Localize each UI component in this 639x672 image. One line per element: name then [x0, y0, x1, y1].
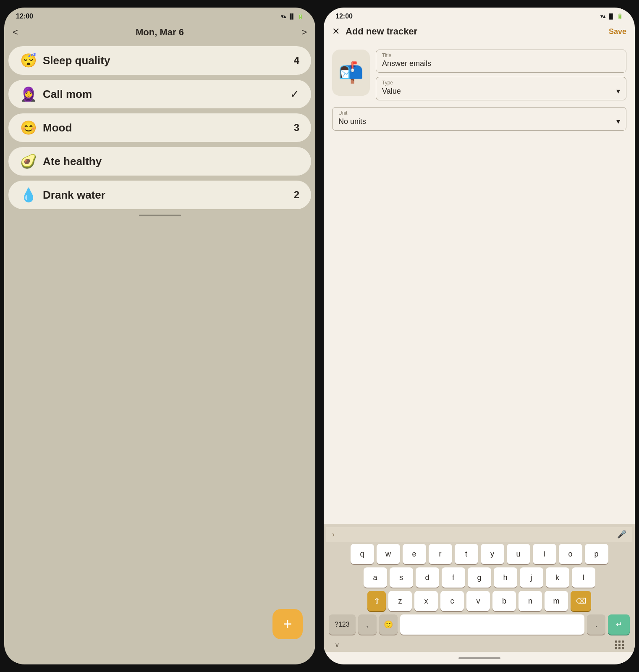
save-button[interactable]: Save	[609, 27, 626, 36]
keyboard-row-4: ?123 , 🙂 . ↵	[328, 614, 631, 635]
drankwater-name: Drank water	[43, 189, 105, 202]
callmom-emoji: 🧕	[20, 87, 37, 101]
right-status-bar: 12:00 ▾▴ ▐▌ 🔋	[324, 8, 635, 23]
keyboard-mic-button[interactable]: 🎤	[617, 530, 626, 539]
left-status-bar: 12:00 ▾▴ ▐▌ 🔋	[4, 8, 315, 23]
key-w[interactable]: w	[377, 544, 400, 564]
type-field-group[interactable]: Type Value ▾	[376, 77, 626, 100]
prev-arrow[interactable]: <	[13, 27, 18, 38]
symbols-key[interactable]: ?123	[329, 614, 356, 635]
period-key[interactable]: .	[587, 614, 605, 635]
title-field-group: Title	[376, 50, 626, 73]
tracker-item-mood[interactable]: 😊 Mood 3	[8, 113, 311, 142]
tracker-left-callmom: 🧕 Call mom	[20, 87, 92, 101]
close-button[interactable]: ✕	[332, 26, 340, 37]
keyboard-row-1: q w e r t y u i o p	[328, 544, 631, 564]
key-v[interactable]: v	[466, 591, 490, 611]
type-select[interactable]: Value ▾	[382, 87, 620, 96]
home-indicator	[4, 209, 315, 222]
keyboard-chevron-button[interactable]: ›	[332, 530, 335, 539]
emoji-picker-button[interactable]: 📬	[332, 50, 370, 96]
key-a[interactable]: a	[364, 567, 387, 588]
keyboard-area: › 🎤 q w e r t y u i o p a s d	[324, 524, 635, 652]
mood-value: 3	[294, 122, 299, 134]
unit-value: No units	[338, 117, 366, 126]
type-value: Value	[382, 87, 401, 96]
form-area: 📬 Title Type Value ▾ Unit	[324, 43, 635, 137]
atehealthy-emoji: 🥑	[20, 155, 37, 168]
tracker-item-callmom[interactable]: 🧕 Call mom ✓	[8, 80, 311, 108]
key-i[interactable]: i	[533, 544, 556, 564]
key-m[interactable]: m	[545, 591, 568, 611]
unit-field-group[interactable]: Unit No units ▾	[332, 107, 626, 131]
next-arrow[interactable]: >	[301, 27, 307, 38]
sleep-name: Sleep quality	[43, 54, 110, 67]
key-h[interactable]: h	[494, 567, 517, 588]
key-p[interactable]: p	[585, 544, 608, 564]
toolbar-title: Add new tracker	[346, 26, 603, 37]
spacebar-key[interactable]	[400, 614, 584, 635]
drankwater-value: 2	[294, 189, 299, 201]
callmom-name: Call mom	[43, 88, 92, 101]
fab-plus-icon: +	[283, 615, 292, 633]
key-k[interactable]: k	[546, 567, 569, 588]
keyboard-grid-icon[interactable]	[615, 640, 624, 649]
right-home-indicator	[324, 652, 635, 664]
key-n[interactable]: n	[519, 591, 542, 611]
backspace-key[interactable]: ⌫	[571, 591, 591, 611]
left-time: 12:00	[16, 13, 33, 20]
right-wifi-icon: ▾▴	[600, 13, 605, 19]
key-d[interactable]: d	[416, 567, 439, 588]
keyboard-row-2: a s d f g h j k l	[328, 567, 631, 588]
callmom-check: ✓	[290, 88, 299, 101]
key-s[interactable]: s	[390, 567, 413, 588]
unit-label: Unit	[338, 110, 620, 116]
add-tracker-toolbar: ✕ Add new tracker Save	[324, 23, 635, 43]
unit-select[interactable]: No units ▾	[338, 117, 620, 126]
keyboard-footer: ∨	[326, 638, 632, 652]
drankwater-emoji: 💧	[20, 188, 37, 202]
key-j[interactable]: j	[520, 567, 543, 588]
key-b[interactable]: b	[492, 591, 516, 611]
title-input[interactable]	[382, 59, 620, 68]
form-spacer	[324, 137, 635, 524]
left-phone: 12:00 ▾▴ ▐▌ 🔋 < Mon, Mar 6 > 😴 Sleep qua…	[4, 8, 315, 664]
keyboard-collapse-button[interactable]: ∨	[335, 641, 340, 649]
key-q[interactable]: q	[351, 544, 374, 564]
tracker-item-atehealthy[interactable]: 🥑 Ate healthy	[8, 147, 311, 176]
keyboard-rows: q w e r t y u i o p a s d f g h j k	[326, 542, 632, 638]
shift-key[interactable]: ⇧	[367, 591, 386, 611]
key-f[interactable]: f	[442, 567, 465, 588]
right-time: 12:00	[335, 13, 353, 20]
enter-key[interactable]: ↵	[608, 614, 630, 635]
key-t[interactable]: t	[455, 544, 478, 564]
unit-dropdown-arrow: ▾	[616, 117, 620, 126]
add-tracker-fab[interactable]: +	[272, 609, 303, 639]
emoji-key[interactable]: 🙂	[379, 614, 398, 635]
form-fields: Title Type Value ▾	[376, 50, 626, 100]
wifi-icon: ▾▴	[281, 13, 286, 19]
key-l[interactable]: l	[572, 567, 595, 588]
key-o[interactable]: o	[559, 544, 582, 564]
key-r[interactable]: r	[429, 544, 452, 564]
home-bar	[139, 215, 181, 216]
type-dropdown-arrow: ▾	[616, 87, 620, 96]
comma-key[interactable]: ,	[358, 614, 377, 635]
key-g[interactable]: g	[468, 567, 491, 588]
tracker-left-drankwater: 💧 Drank water	[20, 188, 105, 202]
tracker-item-drankwater[interactable]: 💧 Drank water 2	[8, 181, 311, 209]
key-u[interactable]: u	[507, 544, 530, 564]
key-c[interactable]: c	[440, 591, 464, 611]
battery-icon: 🔋	[297, 13, 304, 19]
right-phone: 12:00 ▾▴ ▐▌ 🔋 ✕ Add new tracker Save 📬 T…	[324, 8, 635, 664]
keyboard-row-3: ⇧ z x c v b n m ⌫	[328, 591, 631, 611]
key-e[interactable]: e	[403, 544, 426, 564]
key-x[interactable]: x	[414, 591, 438, 611]
right-signal-icon: ▐▌	[608, 13, 615, 19]
selected-emoji: 📬	[338, 61, 364, 84]
tracker-item-sleep[interactable]: 😴 Sleep quality 4	[8, 46, 311, 75]
key-y[interactable]: y	[481, 544, 504, 564]
key-z[interactable]: z	[388, 591, 412, 611]
right-status-icons: ▾▴ ▐▌ 🔋	[600, 13, 623, 19]
right-home-bar	[458, 657, 500, 659]
